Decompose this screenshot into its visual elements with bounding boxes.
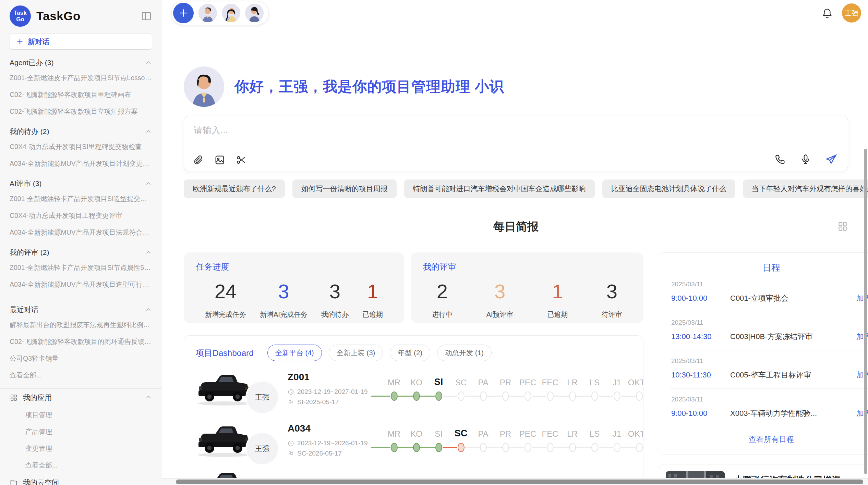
attachment-icon[interactable] bbox=[193, 154, 204, 165]
milestone: KO bbox=[405, 427, 427, 455]
milestone-node-area bbox=[628, 390, 643, 403]
milestone-node bbox=[547, 391, 554, 401]
app-link[interactable]: 产品管理 bbox=[10, 423, 152, 440]
app-link[interactable]: 项目管理 bbox=[10, 407, 152, 423]
suggestion-chip[interactable]: 当下年轻人对汽车外观有怎样的喜好趋势 bbox=[743, 179, 868, 198]
milestone-connector bbox=[621, 396, 636, 397]
view-all-apps-link[interactable]: 查看全部... bbox=[10, 457, 152, 474]
milestone-connector bbox=[371, 396, 390, 397]
schedule-item: 2025/03/1110:30-11:30C005-整车工程目标评审加入 bbox=[671, 350, 868, 389]
milestone-label: KO bbox=[410, 427, 422, 439]
milestone-node-area bbox=[606, 390, 628, 403]
project-date-range: 2023-12-19~2026-01-19 bbox=[297, 439, 367, 447]
greeting-row: 你好，王强，我是你的项目管理助理 小识 bbox=[184, 66, 848, 107]
milestone: LS bbox=[583, 427, 606, 455]
milestone-connector bbox=[532, 396, 546, 397]
suggestion-chip[interactable]: 特朗普可能对进口汽车增税会对中国车企造成哪些影响 bbox=[404, 179, 595, 198]
milestone-connector bbox=[576, 447, 591, 448]
sidebar-collapse-icon[interactable] bbox=[141, 10, 152, 22]
sidebar-item[interactable]: C0X4-动力总成开发项目SI里程碑提交物检查 bbox=[10, 138, 152, 155]
scissors-icon[interactable] bbox=[236, 154, 246, 165]
user-avatar[interactable]: 王强 bbox=[842, 3, 861, 23]
phone-icon[interactable] bbox=[774, 153, 786, 165]
recent-chat-item[interactable]: 解释最新出台的欧盟报废车法规再生塑料比例被调至15%... bbox=[10, 316, 152, 333]
project-thumbnail: 王强 bbox=[194, 364, 288, 415]
avatar[interactable] bbox=[198, 4, 217, 22]
schedule-date: 2025/03/11 bbox=[671, 281, 868, 288]
milestone: LR bbox=[561, 427, 583, 455]
stat: 24新增完成任务 bbox=[205, 281, 246, 319]
stat: 1已逾期 bbox=[362, 281, 383, 319]
milestone: SC bbox=[450, 427, 472, 455]
sidebar-item[interactable]: Z001-全新燃油皮卡产品开发项目SI节点Lesson Learn报告 bbox=[10, 70, 152, 86]
sidebar-item[interactable]: A034-全新新能源MUV产品开发项目造型可行性评审 bbox=[10, 276, 152, 293]
milestone-node-area bbox=[561, 390, 583, 403]
stat-label: AI预评审 bbox=[486, 310, 514, 319]
sidebar-section-header[interactable]: 我的评审 (2) bbox=[10, 241, 152, 259]
sidebar-section-header[interactable]: Agent已办 (3) bbox=[10, 51, 152, 70]
milestone-node bbox=[480, 443, 487, 452]
notification-bell-icon[interactable] bbox=[821, 7, 833, 19]
milestone-label: FEC bbox=[542, 376, 558, 387]
sidebar-item[interactable]: C02-飞腾新能源轻客改款项目立项汇报方案 bbox=[10, 103, 152, 120]
project-flag: SI-2025-05-17 bbox=[288, 397, 383, 407]
sidebar-section-header[interactable]: 我的待办 (2) bbox=[10, 120, 152, 138]
app-title: TaskGo bbox=[36, 9, 81, 23]
milestone: SI bbox=[427, 376, 450, 403]
sidebar-section-header[interactable]: AI评审 (3) bbox=[10, 172, 152, 190]
sidebar-item[interactable]: A034-全新新能源MUV产品开发项目法规符合性评审 bbox=[10, 224, 152, 241]
logo-line2: Go bbox=[16, 16, 24, 23]
layout-grid-icon[interactable] bbox=[837, 221, 848, 232]
avatar[interactable] bbox=[245, 4, 264, 22]
new-chat-button[interactable]: 新对话 bbox=[10, 34, 152, 50]
dashboard-filter-chip[interactable]: 年型 (2) bbox=[390, 345, 430, 361]
dashboard-filter-chip[interactable]: 动总开发 (1) bbox=[437, 345, 492, 361]
sidebar-item-my-apps[interactable]: 我的应用 bbox=[10, 389, 152, 407]
sidebar-item[interactable]: A034-全新新能源MUV产品开发项目计划变更表编写 bbox=[10, 155, 152, 172]
app-link[interactable]: 变更管理 bbox=[10, 440, 152, 457]
milestone-node bbox=[391, 443, 398, 452]
send-icon[interactable] bbox=[825, 153, 837, 165]
milestone-connector bbox=[576, 396, 591, 397]
sidebar-item[interactable]: C0X4-动力总成开发项目工程变更评审 bbox=[10, 207, 152, 224]
vertical-scrollbar[interactable] bbox=[864, 149, 867, 474]
suggestion-chip[interactable]: 如何写一份清晰的项目周报 bbox=[292, 179, 397, 198]
milestone-node-area bbox=[517, 442, 539, 455]
milestone-label: J1 bbox=[613, 376, 621, 387]
suggestion-chip[interactable]: 比亚迪全固态电池计划具体说了什么 bbox=[602, 179, 735, 198]
sidebar-item[interactable]: Z001-全新燃油轻卡产品开发项目SI造型提交物评审 bbox=[10, 190, 152, 207]
sidebar-item[interactable]: C02-飞腾新能源轻客改款项目里程碑画布 bbox=[10, 86, 152, 103]
milestone-node-area bbox=[606, 442, 628, 455]
project-dashboard-card: 项目Dashboard 全新平台 (4)全新上装 (3)年型 (2)动总开发 (… bbox=[184, 335, 643, 484]
milestone-label: SI bbox=[435, 427, 443, 439]
sidebar-item[interactable]: Z001-全新燃油轻卡产品开发项目SI节点属性5D文件评审 bbox=[10, 259, 152, 276]
milestone-label: PA bbox=[478, 376, 488, 387]
suggestion-chip[interactable]: 欧洲新规最近颁布了什么? bbox=[184, 179, 285, 198]
schedule-date: 2025/03/11 bbox=[671, 396, 868, 403]
recent-chat-item[interactable]: 公司Q3轻卡销量 bbox=[10, 350, 152, 367]
dashboard-filter-chip[interactable]: 全新上装 (3) bbox=[329, 345, 383, 361]
view-all-chats-link[interactable]: 查看全部... bbox=[10, 367, 152, 384]
recent-chat-item[interactable]: C02-飞腾新能源轻客改款项目的闭环通告反馈情况 bbox=[10, 333, 152, 350]
dashboard-title: 项目Dashboard bbox=[196, 347, 254, 359]
horizontal-scrollbar-thumb[interactable] bbox=[176, 480, 863, 484]
topbar-right: 王强 bbox=[821, 3, 861, 23]
project-row[interactable]: 王强Z0012023-12-19~2027-01-19SI-2025-05-17… bbox=[184, 364, 643, 415]
folder-icon bbox=[10, 478, 18, 485]
message-input[interactable] bbox=[184, 116, 848, 140]
milestone-connector bbox=[621, 447, 636, 448]
milestone-label: LR bbox=[567, 427, 578, 439]
view-all-schedule-link[interactable]: 查看所有日程 bbox=[671, 427, 868, 448]
milestone: J1 bbox=[606, 427, 628, 455]
project-code: Z001 bbox=[288, 372, 383, 383]
project-row[interactable]: 王强A0342023-12-19~2026-01-19SC-2025-05-17… bbox=[184, 415, 643, 467]
avatar[interactable] bbox=[222, 4, 240, 22]
sidebar-section-header[interactable]: 最近对话 bbox=[10, 298, 152, 316]
image-icon[interactable] bbox=[214, 154, 225, 165]
logo-line1: Task bbox=[14, 10, 27, 16]
dashboard-filter-chip[interactable]: 全新平台 (4) bbox=[267, 345, 322, 361]
sidebar-item-cloud-space[interactable]: 我的云空间 bbox=[10, 474, 152, 485]
add-conversation-button[interactable] bbox=[173, 3, 194, 23]
microphone-icon[interactable] bbox=[800, 153, 811, 165]
milestone-node bbox=[413, 391, 420, 401]
